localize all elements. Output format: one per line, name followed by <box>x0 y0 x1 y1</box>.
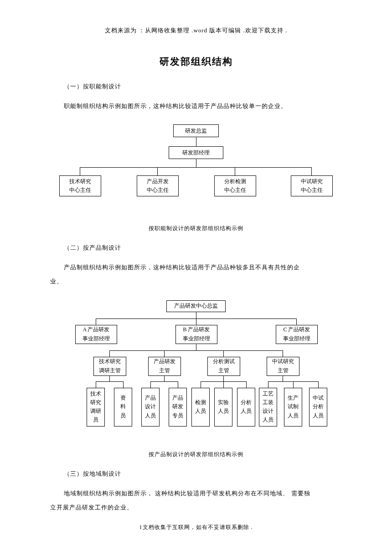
d2-l8: 工艺工装设计人员 <box>259 388 277 427</box>
d2-l6: 实验人员 <box>214 388 232 427</box>
diagram-1: 研发总监 研发部经理 技术研究中心主任 产品开发中心主任 分析检测中心主任 中试… <box>55 124 337 216</box>
d2-l9: 生产试制人员 <box>284 388 302 427</box>
d2-b2: B 产品研发事业部经理 <box>175 325 217 344</box>
section1-heading: （一）按职能制设计 <box>64 82 392 91</box>
d1-leaf-4: 中试研究中心主任 <box>291 175 333 196</box>
d2-b1: A 产品研发事业部经理 <box>75 325 117 344</box>
diagram1-caption: 按职能制设计的研发部组织结构示例 <box>0 225 392 232</box>
section2-heading: （二）按产品制设计 <box>64 244 392 252</box>
d2-l2: 资料员 <box>114 388 132 427</box>
diagram-2: 产品研发中心总监 A 产品研发事业部经理 B 产品研发事业部经理 C 产品研发事… <box>50 300 342 442</box>
document-title: 研发部组织结构 <box>0 55 392 68</box>
d2-c2: 产品研发主管 <box>148 357 181 376</box>
page-footer: 1文档收集于互联网，如有不妥请联系删除 . <box>0 524 392 531</box>
d2-l1: 技术研究调研员 <box>87 388 105 427</box>
d1-leaf-3: 分析检测中心主任 <box>214 175 256 196</box>
section1-paragraph: 职能制组织结构示例如图所示，这种结构比较适用于产品品种比较单一的企业。 <box>64 99 351 113</box>
d2-l10: 中试分析人员 <box>309 388 327 427</box>
d2-l4: 产品研发专员 <box>169 388 187 427</box>
source-header: 文档来源为 ：从网络收集整理 .word 版本可编辑 .欢迎下载支持 . <box>0 0 392 35</box>
d1-top: 研发总监 <box>173 124 219 137</box>
d2-c1: 技术研究调研主管 <box>93 357 126 376</box>
d2-l7: 分析人员 <box>237 388 255 427</box>
section3-paragraph-line1: 地域制组织结构示例如图所示， 这种结构比较适用于研发机构分布在不同地域、 需要独 <box>64 486 351 500</box>
d2-b3: C 产品研发事业部经理 <box>276 325 318 344</box>
d2-l5: 检测人员 <box>191 388 210 427</box>
d1-leaf-1: 技术研究中心主任 <box>59 175 101 196</box>
diagram2-caption: 按产品制设计的研发部组织结构示例 <box>0 451 392 458</box>
d1-mid: 研发部经理 <box>169 146 223 159</box>
d2-top: 产品研发中心总监 <box>166 300 226 312</box>
d2-l3: 产品设计人员 <box>141 388 160 427</box>
section3-paragraph-line2: 立开展产品研发工作的企业。 <box>50 500 351 514</box>
section2-paragraph-line2: 业。 <box>50 274 351 288</box>
section2-paragraph-line1: 产品制组织结构示例如图所示，这种结构比较适用于产品品种较多且不具有共性的企 <box>64 260 351 274</box>
d2-c4: 中试研究主管 <box>267 357 299 376</box>
section3-heading: （三）按地域制设计 <box>64 470 392 478</box>
d1-leaf-2: 产品开发中心主任 <box>137 175 179 196</box>
d2-c3: 分析测试主管 <box>207 357 240 376</box>
